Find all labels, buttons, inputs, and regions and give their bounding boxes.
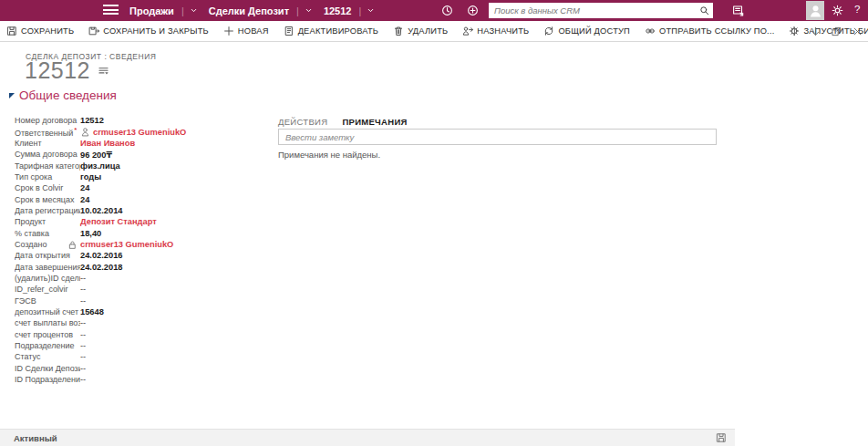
popout-window-button[interactable] — [832, 26, 842, 36]
field-value[interactable]: 10.02.2014 — [80, 206, 123, 215]
close-button[interactable] — [852, 26, 863, 36]
field-value[interactable]: 15648 — [80, 307, 104, 316]
field-value-text: -- — [80, 364, 86, 373]
section-header[interactable]: Общие сведения — [9, 88, 117, 102]
chevron-down-icon[interactable] — [367, 6, 375, 15]
nav-tab-1[interactable]: Сделки Депозит| — [209, 5, 313, 16]
field-value[interactable]: 24.02.2016 — [80, 251, 123, 260]
note-input[interactable] — [278, 129, 717, 145]
quick-create-icon[interactable] — [467, 5, 479, 16]
tab-действия[interactable]: ДЕЙСТВИЯ — [278, 117, 327, 127]
field-value[interactable]: 96 200₸ — [80, 150, 112, 160]
assign-icon — [462, 26, 473, 36]
field-value: -- — [80, 318, 86, 327]
plus-icon — [223, 26, 234, 36]
field-row: Ответственный*crmuser13 GumeniukO — [15, 126, 265, 137]
field-value-text: -- — [80, 318, 86, 327]
field-row: счет выплаты вознаг-- — [15, 317, 265, 328]
search-icon[interactable] — [699, 5, 709, 16]
command-удалить[interactable]: УДАЛИТЬ — [393, 26, 448, 36]
command-назначить[interactable]: НАЗНАЧИТЬ — [462, 26, 529, 36]
field-value-text: crmuser13 GumeniukO — [93, 128, 186, 137]
field-value: -- — [80, 375, 86, 384]
field-label: Продукт — [15, 217, 80, 226]
field-value-text: 24.02.2018 — [80, 263, 123, 272]
command-label: НАЗНАЧИТЬ — [477, 26, 529, 36]
field-value: -- — [80, 274, 86, 283]
field-label: ID_refer_colvir — [15, 285, 80, 294]
field-value[interactable]: 24 — [80, 183, 89, 192]
top-navbar: Продажи|Сделки Депозит|12512| ? — [0, 0, 868, 21]
command-сохранить[interactable]: СОХРАНИТЬ — [6, 26, 74, 36]
chevron-down-icon[interactable] — [190, 6, 198, 15]
field-value-text: -- — [80, 330, 86, 339]
nav-tab-label: Продажи — [129, 5, 174, 16]
help-button[interactable]: ? — [854, 4, 860, 15]
previous-record-button[interactable] — [790, 26, 800, 36]
chevron-down-icon[interactable] — [305, 6, 313, 15]
settings-gear-icon[interactable] — [832, 5, 843, 16]
person-icon — [80, 127, 90, 137]
field-row: Тарифная категорияфиз.лица — [15, 160, 265, 171]
field-list: Номер договора12512Ответственный*crmuser… — [15, 115, 265, 385]
field-value[interactable]: физ.лица — [80, 161, 120, 171]
recent-items-icon[interactable] — [441, 5, 453, 16]
field-value-link[interactable]: crmuser13 GumeniukO — [80, 127, 186, 137]
field-value[interactable]: 24.02.2018 — [80, 263, 123, 272]
tab-примечания[interactable]: ПРИМЕЧАНИЯ — [342, 117, 407, 127]
field-value[interactable]: 18,40 — [80, 229, 101, 238]
field-label: Сумма договора — [15, 150, 80, 159]
field-value-text: -- — [80, 274, 86, 283]
trash-icon — [393, 26, 404, 36]
next-record-button[interactable] — [811, 26, 821, 36]
field-value-text: Иван Иванов — [80, 139, 135, 148]
command-отправить-ссылку-по-[interactable]: ОТПРАВИТЬ ССЫЛКУ ПО... — [645, 26, 774, 36]
autosave-icon[interactable] — [716, 432, 727, 443]
nav-breadcrumb-menu: Продажи|Сделки Депозит|12512| — [129, 0, 386, 21]
command-label: ДЕАКТИВИРОВАТЬ — [298, 26, 379, 36]
field-row: КлиентИван Иванов — [15, 138, 265, 149]
search-input[interactable] — [489, 5, 699, 16]
field-value-link[interactable]: Депозит Стандарт — [80, 217, 157, 226]
field-row: (удалить)ID сделки_C-- — [15, 273, 265, 284]
field-row: депозитный счет15648 — [15, 306, 265, 317]
notes-empty-message: Примечания не найдены. — [278, 150, 380, 160]
field-value-text: годы — [80, 172, 101, 182]
command-общий-доступ[interactable]: ОБЩИЙ ДОСТУП — [543, 26, 630, 36]
field-label: Ответственный* — [15, 126, 80, 138]
field-label: ID Подразделения C — [15, 375, 80, 384]
field-value-text: 15648 — [80, 307, 104, 316]
field-row: ID Сделки Депозит C-- — [15, 363, 265, 374]
command-bar: СОХРАНИТЬСОХРАНИТЬ И ЗАКРЫТЬНОВАЯДЕАКТИВ… — [0, 21, 868, 42]
command-новая[interactable]: НОВАЯ — [223, 26, 269, 36]
field-value-text: -- — [80, 296, 86, 306]
nav-tab-2[interactable]: 12512| — [324, 5, 375, 16]
field-value: -- — [80, 352, 86, 361]
field-value-text: 24 — [80, 183, 89, 192]
nav-tab-0[interactable]: Продажи| — [129, 5, 198, 16]
field-value[interactable]: годы — [80, 172, 101, 182]
field-label: Статус — [15, 352, 80, 361]
field-value-link[interactable]: crmuser13 GumeniukO — [80, 240, 173, 249]
command-label: НОВАЯ — [238, 26, 269, 36]
field-row: ID Подразделения C-- — [15, 374, 265, 385]
field-row: % ставка18,40 — [15, 227, 265, 238]
open-records-icon[interactable] — [732, 5, 744, 16]
hamburger-menu-icon[interactable] — [103, 5, 119, 17]
field-value[interactable]: 12512 — [80, 116, 104, 125]
field-value-text: -- — [80, 285, 86, 294]
page-title: 12512 — [25, 57, 109, 84]
status-bar: Активный — [0, 429, 735, 446]
field-value[interactable]: 24 — [80, 195, 89, 204]
share-icon — [543, 26, 554, 36]
field-value-link[interactable]: Иван Иванов — [80, 139, 135, 148]
form-switcher-icon[interactable] — [98, 65, 109, 77]
field-row: Срок в Colvir24 — [15, 182, 265, 193]
field-row: Срок в месяцах24 — [15, 193, 265, 204]
command-деактивировать[interactable]: ДЕАКТИВИРОВАТЬ — [284, 26, 379, 36]
field-label: Дата открытия — [15, 251, 80, 260]
command-сохранить-и-закрыть[interactable]: СОХРАНИТЬ И ЗАКРЫТЬ — [88, 26, 209, 36]
field-value: -- — [80, 330, 86, 339]
field-row: ID_refer_colvir-- — [15, 284, 265, 295]
avatar[interactable] — [806, 1, 824, 20]
